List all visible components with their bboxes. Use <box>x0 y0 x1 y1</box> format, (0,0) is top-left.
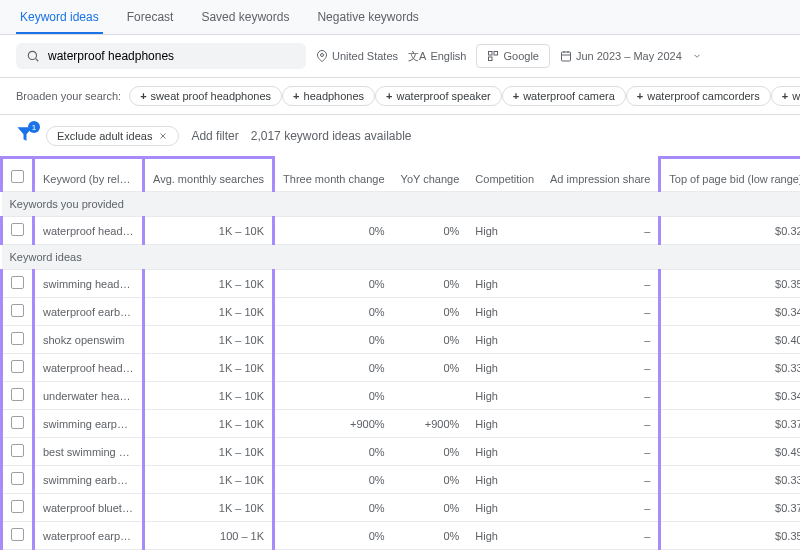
close-icon[interactable] <box>158 131 168 141</box>
cell: underwater headph... <box>34 382 144 410</box>
tab-forecast[interactable]: Forecast <box>123 0 178 34</box>
cell: – <box>542 466 660 494</box>
svg-rect-6 <box>561 52 570 61</box>
plus-icon: + <box>140 90 146 102</box>
row-checkbox[interactable] <box>11 472 24 485</box>
cell: – <box>542 438 660 466</box>
table-row[interactable]: shokz openswim1K – 10K0%0%High–$0.40$1.1… <box>2 326 801 354</box>
plus-icon: + <box>637 90 643 102</box>
keywords-table: Keyword (by relevance)Avg. monthly searc… <box>0 156 800 550</box>
exclude-chip[interactable]: Exclude adult ideas <box>46 126 179 146</box>
cell: – <box>542 270 660 298</box>
col-header[interactable]: YoY change <box>393 158 468 192</box>
cell: – <box>542 354 660 382</box>
cell: waterproof bluetoot... <box>34 494 144 522</box>
cell: 1K – 10K <box>144 217 274 245</box>
calendar-icon <box>560 50 572 62</box>
row-checkbox[interactable] <box>11 528 24 541</box>
table-row[interactable]: waterproof bluetoot...1K – 10K0%0%High–$… <box>2 494 801 522</box>
svg-line-1 <box>36 59 39 62</box>
cell: 0% <box>393 438 468 466</box>
cell: 0% <box>393 217 468 245</box>
broaden-chip[interactable]: + sweat proof headphones <box>129 86 282 106</box>
cell: – <box>542 522 660 550</box>
table-row[interactable]: waterproof earbuds ...1K – 10K0%0%High–$… <box>2 298 801 326</box>
cell: High <box>467 410 542 438</box>
col-header[interactable]: Avg. monthly searches <box>144 158 274 192</box>
cell: $0.34 <box>660 298 800 326</box>
col-header[interactable]: Top of page bid (low range) <box>660 158 800 192</box>
row-checkbox[interactable] <box>11 500 24 513</box>
row-checkbox[interactable] <box>11 332 24 345</box>
cell: 0% <box>274 326 393 354</box>
filter-button[interactable]: 1 <box>16 125 34 146</box>
add-filter[interactable]: Add filter <box>191 129 238 143</box>
row-checkbox[interactable] <box>11 276 24 289</box>
col-header[interactable]: Three month change <box>274 158 393 192</box>
svg-point-0 <box>28 51 36 59</box>
cell: 0% <box>393 326 468 354</box>
cell: High <box>467 522 542 550</box>
table-row[interactable]: waterproof headpho...1K – 10K0%0%High–$0… <box>2 217 801 245</box>
location-icon <box>316 50 328 62</box>
cell: best swimming hea... <box>34 438 144 466</box>
table-row[interactable]: swimming headpho...1K – 10K0%0%High–$0.3… <box>2 270 801 298</box>
language-label: English <box>430 50 466 62</box>
col-header[interactable]: Competition <box>467 158 542 192</box>
cell: High <box>467 494 542 522</box>
cell: High <box>467 466 542 494</box>
table-row[interactable]: best swimming hea...1K – 10K0%0%High–$0.… <box>2 438 801 466</box>
table-scroll[interactable]: Keyword (by relevance)Avg. monthly searc… <box>0 156 800 550</box>
col-header[interactable]: Ad impression share <box>542 158 660 192</box>
row-checkbox[interactable] <box>11 223 24 236</box>
table-row[interactable]: waterproof headpho...1K – 10K0%0%High–$0… <box>2 354 801 382</box>
broaden-chip[interactable]: + waterproof camcorders <box>626 86 771 106</box>
row-checkbox[interactable] <box>11 304 24 317</box>
location-control[interactable]: United States <box>316 50 398 62</box>
chevron-down-icon <box>692 51 702 61</box>
controls-bar: United States 文A English Google Jun 2023… <box>0 35 800 78</box>
broaden-chip[interactable]: + headphones <box>282 86 375 106</box>
tab-saved-keywords[interactable]: Saved keywords <box>197 0 293 34</box>
exclude-label: Exclude adult ideas <box>57 130 152 142</box>
cell: 1K – 10K <box>144 466 274 494</box>
plus-icon: + <box>513 90 519 102</box>
cell: 100 – 1K <box>144 522 274 550</box>
cell: waterproof headpho... <box>34 217 144 245</box>
table-row[interactable]: swimming earbuds1K – 10K0%0%High–$0.33$1… <box>2 466 801 494</box>
row-checkbox[interactable] <box>11 360 24 373</box>
table-row[interactable]: underwater headph...1K – 10K0%High–$0.34… <box>2 382 801 410</box>
cell: 1K – 10K <box>144 382 274 410</box>
network-label: Google <box>503 50 538 62</box>
row-checkbox[interactable] <box>11 444 24 457</box>
tab-negative-keywords[interactable]: Negative keywords <box>313 0 422 34</box>
table-row[interactable]: waterproof earphon...100 – 1K0%0%High–$0… <box>2 522 801 550</box>
language-control[interactable]: 文A English <box>408 49 466 64</box>
network-control[interactable]: Google <box>476 44 549 68</box>
table-row[interactable]: swimming earphones1K – 10K+900%+900%High… <box>2 410 801 438</box>
col-header[interactable]: Keyword (by relevance) <box>34 158 144 192</box>
cell: $0.40 <box>660 326 800 354</box>
search-input[interactable] <box>48 49 296 63</box>
row-checkbox[interactable] <box>11 388 24 401</box>
row-checkbox[interactable] <box>11 416 24 429</box>
broaden-chip[interactable]: + waterproof speaker <box>375 86 502 106</box>
broaden-label: Broaden your search: <box>16 90 121 102</box>
search-field[interactable] <box>16 43 306 69</box>
cell: +900% <box>393 410 468 438</box>
broaden-chip[interactable]: + waterproof microphone <box>771 86 800 106</box>
cell: 1K – 10K <box>144 354 274 382</box>
cell: 0% <box>393 494 468 522</box>
cell: 0% <box>274 270 393 298</box>
cell: waterproof headpho... <box>34 354 144 382</box>
cell: High <box>467 217 542 245</box>
select-all-checkbox[interactable] <box>11 170 24 183</box>
cell: High <box>467 270 542 298</box>
cell: +900% <box>274 410 393 438</box>
daterange-control[interactable]: Jun 2023 – May 2024 <box>560 50 702 62</box>
cell: shokz openswim <box>34 326 144 354</box>
plus-icon: + <box>293 90 299 102</box>
tab-keyword-ideas[interactable]: Keyword ideas <box>16 0 103 34</box>
broaden-chip[interactable]: + waterproof camera <box>502 86 626 106</box>
cell: High <box>467 354 542 382</box>
